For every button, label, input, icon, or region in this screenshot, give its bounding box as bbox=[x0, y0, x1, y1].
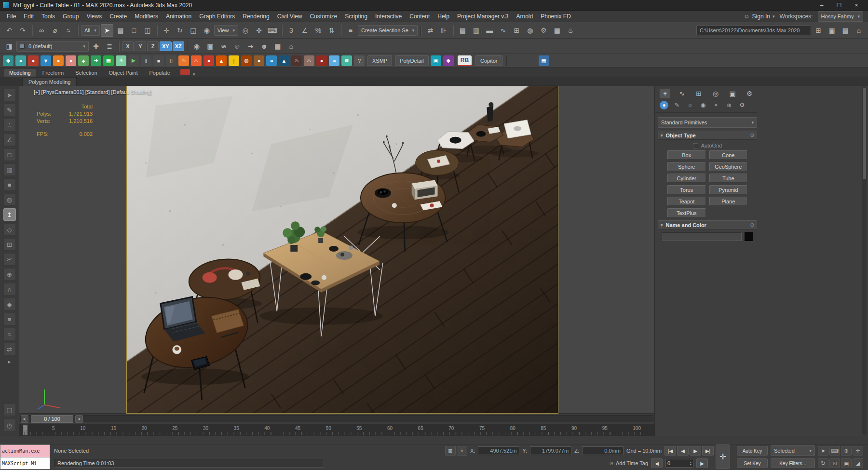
expand-toolbar-icon[interactable]: ▸ bbox=[8, 359, 11, 365]
snaps-toggle-icon[interactable]: 3 bbox=[285, 24, 298, 37]
asset-browser-icon[interactable]: ▤ bbox=[839, 24, 852, 37]
object-type-button[interactable]: Plane bbox=[709, 197, 748, 206]
tab-modeling[interactable]: Modeling bbox=[4, 69, 36, 77]
populate-flow-icon[interactable]: ➔ bbox=[244, 40, 257, 53]
layer-explorer-toggle-icon[interactable]: ◨ bbox=[3, 40, 15, 53]
menu-item[interactable]: Interactive bbox=[371, 11, 406, 22]
bridge-tool-icon[interactable]: ∩ bbox=[3, 283, 16, 295]
bind-spacewarp-icon[interactable]: ≈ bbox=[62, 24, 75, 37]
menu-item[interactable]: Arnold bbox=[512, 11, 537, 22]
green-grid-icon[interactable]: ▦ bbox=[103, 55, 114, 66]
next-frame-button[interactable]: ▶ bbox=[696, 458, 708, 468]
play-sim-icon[interactable]: ▶ bbox=[128, 55, 139, 66]
swimmer-preset-icon[interactable]: ≋ bbox=[341, 55, 352, 66]
object-type-button[interactable]: Cone bbox=[709, 150, 748, 160]
utilities-tab[interactable]: ⚙ bbox=[744, 89, 755, 98]
named-selection-sets-dropdown[interactable]: Create Selection Se ▾ bbox=[358, 25, 418, 36]
play-button[interactable]: ▶ bbox=[690, 446, 701, 456]
spin-down-icon[interactable]: ▾ bbox=[690, 463, 692, 466]
use-pivot-center-icon[interactable]: ◎ bbox=[239, 24, 252, 37]
element-mode-icon[interactable]: ■ bbox=[3, 178, 16, 191]
percent-snap-icon[interactable]: % bbox=[312, 24, 325, 37]
minimize-button[interactable]: – bbox=[813, 0, 830, 10]
stop-sim-icon[interactable]: ■ bbox=[153, 55, 164, 66]
create-tab[interactable]: + bbox=[660, 89, 670, 98]
reference-coordinate-dropdown[interactable]: View ▾ bbox=[214, 25, 238, 36]
previous-frame-arrow[interactable]: < bbox=[21, 415, 28, 423]
home-folder-icon[interactable]: ⌂ bbox=[853, 24, 865, 37]
export-arrow-icon[interactable]: ➔ bbox=[91, 55, 101, 66]
menu-item[interactable]: Phoenix FD bbox=[537, 11, 575, 22]
tab-selection[interactable]: Selection bbox=[70, 69, 102, 77]
viewport-label[interactable]: [+] [PhysCamera001] [Standard] [Default … bbox=[34, 89, 152, 95]
cut-tool-icon[interactable]: ✂ bbox=[3, 253, 16, 266]
grid-array-plugin-icon[interactable]: ▦ bbox=[539, 55, 549, 66]
xsmp-button[interactable]: XSMP bbox=[367, 55, 392, 66]
menu-item[interactable]: Modifiers bbox=[131, 11, 162, 22]
candle-preset-icon[interactable]: | bbox=[229, 55, 239, 66]
time-config-icon[interactable]: ◷ bbox=[3, 419, 16, 431]
pink-sphere-icon[interactable]: ● bbox=[66, 55, 76, 66]
populate-idle-icon[interactable]: ☻ bbox=[258, 40, 271, 53]
object-type-button[interactable]: TextPlus bbox=[667, 208, 706, 217]
layer-dropdown[interactable]: 0 (default) ▾ bbox=[16, 41, 89, 52]
copitor-button[interactable]: Copitor bbox=[475, 55, 502, 66]
axis-xy-button[interactable]: XY bbox=[160, 41, 172, 51]
layer-explorer-icon[interactable]: ▥ bbox=[470, 24, 482, 37]
massfx-world-icon[interactable]: ◉ bbox=[190, 40, 203, 53]
spacewarps-icon[interactable]: ≋ bbox=[725, 101, 733, 109]
soft-selection-icon[interactable]: ◍ bbox=[3, 193, 16, 206]
paint-select-icon[interactable]: ✎ bbox=[3, 104, 16, 116]
object-type-button[interactable]: Box bbox=[667, 150, 706, 160]
tab-freeform[interactable]: Freeform bbox=[37, 69, 69, 77]
key-filters-button[interactable]: Key Filters... bbox=[771, 458, 815, 468]
keyboard-override-icon[interactable]: ⌨ bbox=[266, 24, 279, 37]
mini-listener-icon[interactable]: ▤ bbox=[3, 403, 16, 416]
viewport[interactable]: [+] [PhysCamera001] [Standard] [Default … bbox=[19, 86, 654, 414]
menu-item[interactable]: Project Manager v.3 bbox=[453, 11, 513, 22]
hierarchy-tab[interactable]: ⊞ bbox=[693, 89, 704, 98]
autogrid-checkbox[interactable] bbox=[693, 143, 698, 148]
modify-tab[interactable]: ∿ bbox=[677, 89, 687, 98]
ribbon-toggle-icon[interactable]: ▬ bbox=[483, 24, 496, 37]
listener-macro-line[interactable]: actionMan.exe bbox=[0, 445, 50, 457]
object-type-button[interactable]: Pyramid bbox=[709, 185, 748, 194]
menu-item[interactable]: File bbox=[3, 11, 20, 22]
object-color-swatch[interactable] bbox=[745, 232, 753, 241]
polygon-modeling-panel[interactable]: Polygon Modeling bbox=[22, 77, 77, 86]
axis-z-button[interactable]: Z bbox=[147, 41, 159, 51]
object-type-button[interactable]: Cylinder bbox=[667, 174, 706, 183]
axis-x-button[interactable]: X bbox=[122, 41, 134, 51]
schematic-view-icon[interactable]: ⊞ bbox=[510, 24, 523, 37]
pause-sim-icon[interactable]: ‖ bbox=[141, 55, 151, 66]
z-coordinate-field[interactable]: 0.0mm bbox=[582, 446, 624, 455]
select-by-name-icon[interactable]: ▤ bbox=[114, 24, 127, 37]
resize-grip-icon[interactable]: ◢ bbox=[853, 458, 863, 468]
time-slider-track[interactable] bbox=[20, 415, 653, 422]
maximize-viewport-icon[interactable]: ▣ bbox=[841, 458, 852, 468]
kettle-preset-icon[interactable]: ♨ bbox=[304, 55, 314, 66]
add-time-tag[interactable]: ◷ Add Time Tag bbox=[610, 460, 648, 466]
object-type-button[interactable]: Teapot bbox=[667, 197, 706, 206]
object-name-field[interactable] bbox=[662, 232, 742, 241]
menu-item[interactable]: Animation bbox=[162, 11, 195, 22]
previous-frame-button[interactable]: ◀ bbox=[651, 458, 663, 468]
command-panel-scrollbar[interactable] bbox=[862, 87, 867, 435]
relax-tool-icon[interactable]: ≈ bbox=[3, 328, 16, 340]
lava-preset-icon[interactable]: ● bbox=[203, 55, 214, 66]
geopoly-plugin-icon[interactable]: ● bbox=[15, 55, 26, 66]
menu-item[interactable]: Customize bbox=[306, 11, 341, 22]
select-scale-icon[interactable]: ◱ bbox=[187, 24, 200, 37]
display-tab[interactable]: ▣ bbox=[727, 89, 738, 98]
menu-item[interactable]: Tools bbox=[38, 11, 59, 22]
select-manipulate-icon[interactable]: ✜ bbox=[253, 24, 265, 37]
swift-loop-icon[interactable]: ≡ bbox=[3, 313, 16, 325]
helpers-icon[interactable]: ⌖ bbox=[712, 101, 720, 109]
curve-editor-icon[interactable]: ∿ bbox=[497, 24, 509, 37]
go-to-end-button[interactable]: ▶| bbox=[702, 446, 714, 456]
track-bar[interactable]: 0510152025303540455055606570758085909510… bbox=[19, 424, 654, 436]
tab-populate[interactable]: Populate bbox=[144, 69, 175, 77]
window-crossing-icon[interactable]: ◫ bbox=[141, 24, 154, 37]
weld-tool-icon[interactable]: ⊕ bbox=[3, 268, 16, 281]
lights-icon[interactable]: ☼ bbox=[686, 101, 694, 109]
